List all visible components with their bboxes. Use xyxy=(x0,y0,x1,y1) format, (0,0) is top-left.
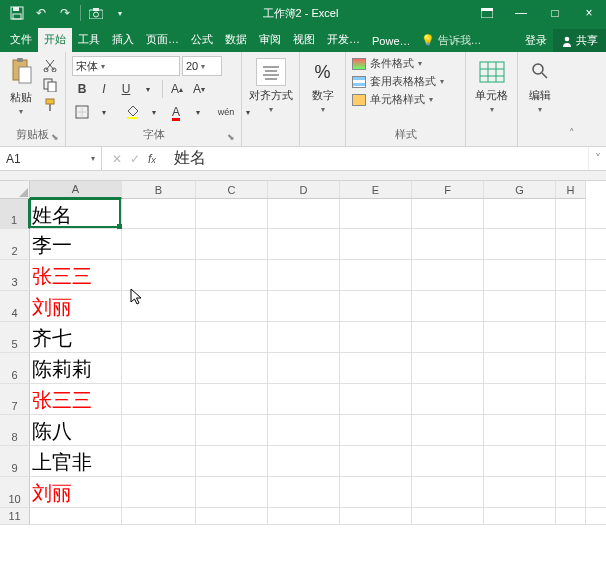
fill-color-button[interactable] xyxy=(122,102,142,122)
borders-dropdown[interactable]: ▾ xyxy=(94,102,114,122)
cell[interactable] xyxy=(484,199,556,229)
cell[interactable] xyxy=(484,291,556,322)
cell[interactable] xyxy=(484,508,556,525)
row-header[interactable]: 1 xyxy=(0,199,30,229)
cell[interactable]: 上官非 xyxy=(30,446,122,477)
row-header[interactable]: 9 xyxy=(0,446,30,477)
cell[interactable] xyxy=(196,477,268,508)
cells-dropdown[interactable]: ▾ xyxy=(490,105,494,114)
tab-home[interactable]: 开始 xyxy=(38,28,72,52)
cell[interactable] xyxy=(412,199,484,229)
cell[interactable] xyxy=(268,199,340,229)
paste-button[interactable] xyxy=(6,54,36,88)
borders-button[interactable] xyxy=(72,102,92,122)
qat-customize[interactable]: ▾ xyxy=(109,3,131,23)
screenshot-button[interactable] xyxy=(85,3,107,23)
cell[interactable] xyxy=(196,508,268,525)
cell[interactable] xyxy=(196,415,268,446)
cell[interactable] xyxy=(412,415,484,446)
cell[interactable] xyxy=(268,291,340,322)
cell[interactable] xyxy=(122,229,196,260)
tell-me-box[interactable]: 💡 告诉我… xyxy=(417,29,486,52)
row-header[interactable]: 10 xyxy=(0,477,30,508)
select-all-corner[interactable] xyxy=(0,181,30,199)
sign-in-button[interactable]: 登录 xyxy=(519,29,553,52)
number-format-button[interactable]: % xyxy=(308,58,338,86)
format-painter-button[interactable] xyxy=(40,96,60,114)
row-header[interactable]: 4 xyxy=(0,291,30,322)
cell[interactable] xyxy=(268,415,340,446)
share-button[interactable]: 共享 xyxy=(553,29,606,52)
cell[interactable] xyxy=(122,353,196,384)
cell[interactable] xyxy=(556,322,586,353)
phonetic-guide-button[interactable]: wén xyxy=(216,102,236,122)
tab-tools[interactable]: 工具 xyxy=(72,28,106,52)
italic-button[interactable]: I xyxy=(94,79,114,99)
format-as-table-button[interactable]: 套用表格格式▾ xyxy=(352,74,444,89)
cell[interactable] xyxy=(484,477,556,508)
number-dropdown[interactable]: ▾ xyxy=(321,105,325,114)
cell[interactable] xyxy=(30,508,122,525)
tab-developer[interactable]: 开发… xyxy=(321,28,366,52)
undo-button[interactable]: ↶ xyxy=(30,3,52,23)
column-header-C[interactable]: C xyxy=(196,181,268,199)
alignment-button[interactable] xyxy=(256,58,286,86)
cell[interactable] xyxy=(196,384,268,415)
cell[interactable] xyxy=(340,508,412,525)
tab-page-layout[interactable]: 页面… xyxy=(140,28,185,52)
cell[interactable]: 李一 xyxy=(30,229,122,260)
cell[interactable] xyxy=(340,322,412,353)
alignment-dropdown[interactable]: ▾ xyxy=(269,105,273,114)
redo-button[interactable]: ↷ xyxy=(54,3,76,23)
cell[interactable] xyxy=(268,384,340,415)
cell[interactable]: 刘丽 xyxy=(30,477,122,508)
fill-color-dropdown[interactable]: ▾ xyxy=(144,102,164,122)
column-header-H[interactable]: H xyxy=(556,181,586,199)
cell[interactable] xyxy=(484,384,556,415)
font-name-combo[interactable]: 宋体 ▾ xyxy=(72,56,180,76)
cells-area[interactable]: 姓名李一张三三刘丽齐七陈莉莉张三三陈八上官非刘丽 xyxy=(30,199,606,525)
tab-data[interactable]: 数据 xyxy=(219,28,253,52)
underline-dropdown[interactable]: ▾ xyxy=(138,79,158,99)
cell[interactable] xyxy=(556,229,586,260)
cell[interactable] xyxy=(196,353,268,384)
cell[interactable] xyxy=(484,322,556,353)
column-header-D[interactable]: D xyxy=(268,181,340,199)
cell[interactable] xyxy=(556,477,586,508)
bold-button[interactable]: B xyxy=(72,79,92,99)
cancel-formula-button[interactable]: ✕ xyxy=(112,152,122,166)
cell[interactable]: 张三三 xyxy=(30,260,122,291)
tab-insert[interactable]: 插入 xyxy=(106,28,140,52)
cell[interactable] xyxy=(412,260,484,291)
cell[interactable] xyxy=(122,384,196,415)
column-header-B[interactable]: B xyxy=(122,181,196,199)
cell[interactable] xyxy=(556,508,586,525)
cell[interactable] xyxy=(556,384,586,415)
copy-button[interactable] xyxy=(40,76,60,94)
editing-button[interactable] xyxy=(525,58,555,86)
tab-view[interactable]: 视图 xyxy=(287,28,321,52)
cell[interactable] xyxy=(340,260,412,291)
cell[interactable] xyxy=(196,446,268,477)
cell[interactable] xyxy=(484,446,556,477)
cell[interactable] xyxy=(268,446,340,477)
cell[interactable] xyxy=(412,446,484,477)
cell[interactable] xyxy=(556,353,586,384)
cell[interactable] xyxy=(340,415,412,446)
cell[interactable]: 齐七 xyxy=(30,322,122,353)
cell[interactable] xyxy=(340,229,412,260)
font-color-button[interactable]: A xyxy=(166,102,186,122)
cell[interactable] xyxy=(268,353,340,384)
cell[interactable]: 陈八 xyxy=(30,415,122,446)
column-header-E[interactable]: E xyxy=(340,181,412,199)
cell[interactable] xyxy=(196,260,268,291)
cell[interactable] xyxy=(122,322,196,353)
cell[interactable] xyxy=(412,229,484,260)
row-header[interactable]: 5 xyxy=(0,322,30,353)
font-size-combo[interactable]: 20 ▾ xyxy=(182,56,222,76)
cell[interactable] xyxy=(340,384,412,415)
collapse-ribbon-button[interactable]: ˄ xyxy=(562,52,582,146)
cell[interactable]: 陈莉莉 xyxy=(30,353,122,384)
cell[interactable] xyxy=(556,446,586,477)
paste-dropdown[interactable]: ▾ xyxy=(19,107,23,116)
